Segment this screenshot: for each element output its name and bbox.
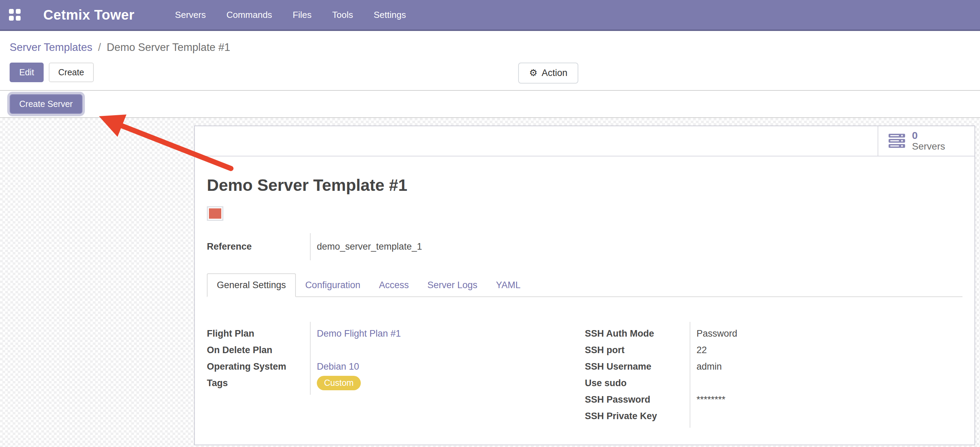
ssh-private-key-label: SSH Private Key: [585, 408, 690, 424]
servers-stat-button[interactable]: 0 Servers: [878, 126, 975, 156]
tags-label: Tags: [207, 375, 310, 391]
tag-custom: Custom: [317, 376, 361, 390]
tab-yaml[interactable]: YAML: [487, 274, 530, 296]
flight-plan-value-link[interactable]: Demo Flight Plan #1: [317, 328, 401, 339]
ssh-auth-mode-value: Password: [697, 328, 737, 339]
operating-system-value-link[interactable]: Debian 10: [317, 361, 359, 372]
right-field-group: SSH Auth Mode SSH port SSH Username Use …: [585, 322, 737, 428]
menu-item-files[interactable]: Files: [293, 10, 312, 20]
ssh-password-label: SSH Password: [585, 391, 690, 408]
use-sudo-label: Use sudo: [585, 375, 690, 391]
field-groups: Flight Plan On Delete Plan Operating Sys…: [207, 322, 975, 428]
reference-value: demo_server_template_1: [310, 233, 422, 260]
action-button[interactable]: ⚙ Action: [518, 62, 578, 83]
create-server-button[interactable]: Create Server: [10, 94, 83, 114]
form-background: 0 Servers Demo Server Template #1 Refere…: [0, 118, 980, 447]
tab-access[interactable]: Access: [370, 274, 418, 296]
edit-button[interactable]: Edit: [10, 62, 44, 82]
menu-item-settings[interactable]: Settings: [374, 10, 406, 20]
ssh-port-label: SSH port: [585, 342, 690, 358]
brand-title[interactable]: Cetmix Tower: [43, 7, 134, 23]
breadcrumb-parent-link[interactable]: Server Templates: [10, 41, 92, 53]
menu-item-commands[interactable]: Commands: [226, 10, 272, 20]
ssh-username-value: admin: [697, 361, 722, 372]
main-menu: Servers Commands Files Tools Settings: [175, 10, 406, 20]
create-button[interactable]: Create: [49, 62, 94, 82]
menu-item-servers[interactable]: Servers: [175, 10, 206, 20]
breadcrumb-current: Demo Server Template #1: [107, 41, 231, 53]
reference-field-row: Reference demo_server_template_1: [207, 233, 975, 260]
breadcrumb: Server Templates / Demo Server Template …: [10, 41, 980, 54]
ssh-auth-mode-label: SSH Auth Mode: [585, 325, 690, 342]
operating-system-label: Operating System: [207, 358, 310, 375]
server-stack-icon: [889, 134, 905, 148]
ssh-port-value: 22: [697, 345, 707, 356]
tab-general-settings[interactable]: General Settings: [207, 273, 296, 297]
record-title: Demo Server Template #1: [207, 176, 975, 195]
color-swatch-fill: [209, 208, 221, 219]
reference-label: Reference: [207, 241, 310, 252]
left-field-group: Flight Plan On Delete Plan Operating Sys…: [207, 322, 585, 428]
apps-grid-icon[interactable]: [9, 9, 21, 21]
tab-configuration[interactable]: Configuration: [296, 274, 370, 296]
breadcrumb-separator: /: [98, 41, 101, 53]
ssh-username-label: SSH Username: [585, 358, 690, 375]
stat-button-row: 0 Servers: [195, 126, 975, 156]
color-swatch: [207, 206, 223, 221]
gear-icon: ⚙: [529, 69, 538, 78]
statusbar-strip: Create Server: [0, 90, 980, 118]
tab-server-logs[interactable]: Server Logs: [418, 274, 487, 296]
action-button-label: Action: [541, 68, 567, 78]
form-toolbar: Edit Create ⚙ Action: [10, 62, 980, 83]
on-delete-plan-label: On Delete Plan: [207, 342, 310, 358]
servers-count-label: Servers: [912, 141, 945, 152]
menu-item-tools[interactable]: Tools: [332, 10, 353, 20]
form-sheet: 0 Servers Demo Server Template #1 Refere…: [194, 126, 975, 445]
notebook-tabs: General Settings Configuration Access Se…: [207, 273, 963, 297]
servers-count: 0: [912, 129, 945, 141]
ssh-password-value: ********: [697, 394, 725, 405]
flight-plan-label: Flight Plan: [207, 325, 310, 342]
top-navbar: Cetmix Tower Servers Commands Files Tool…: [0, 0, 980, 31]
